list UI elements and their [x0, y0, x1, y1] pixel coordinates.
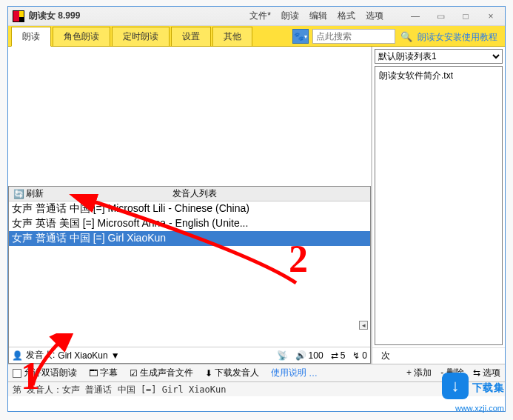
speaker-icon: 🔊	[295, 350, 306, 361]
broadcast-icon: 📡	[277, 350, 288, 361]
right-pane: 默认朗读列表1 朗读女软件简介.txt 次	[372, 47, 505, 364]
chevron-down-icon: ▼	[111, 350, 120, 361]
delete-button[interactable]: - 删除	[440, 367, 463, 379]
menu-read[interactable]: 朗读	[281, 10, 299, 22]
search-box[interactable]	[312, 29, 395, 44]
menu-bar: 文件* 朗读 编辑 格式 选项	[249, 10, 383, 22]
tray-button[interactable]: ▭	[431, 10, 450, 23]
usage-link[interactable]: 使用说明 …	[271, 367, 318, 379]
voice-panel-header: 🔄 刷新 发音人列表	[9, 187, 370, 201]
menu-options[interactable]: 选项	[366, 10, 383, 22]
download-voice-button[interactable]: ⬇ 下载发音人	[205, 367, 259, 379]
menu-format[interactable]: 格式	[338, 10, 355, 22]
speed-icon: ⇄	[331, 350, 338, 361]
tab-role-read[interactable]: 角色朗读	[53, 27, 110, 46]
play-count-label: 次	[381, 350, 390, 362]
tab-settings[interactable]: 设置	[171, 27, 211, 46]
playlist-item[interactable]: 朗读女软件简介.txt	[378, 69, 500, 83]
person-icon: 👤	[12, 350, 23, 361]
tab-other[interactable]: 其他	[212, 27, 252, 46]
app-logo-icon	[13, 10, 24, 22]
playlist-select[interactable]: 默认朗读列表1	[375, 49, 503, 64]
voice-bottom-bar: 👤 发音人:Girl XiaoKun ▼ 📡 🔊100 ⇄5 ↯0	[9, 347, 370, 363]
help-link[interactable]: 朗读女安装使用教程	[418, 31, 497, 44]
collapse-pane-button[interactable]: ◂	[359, 321, 368, 330]
bottom-toolbar: 允许双语朗读 🗔 字幕 ☑ 生成声音文件 ⬇ 下载发音人 使用说明 … + 添加…	[8, 364, 505, 381]
search-button[interactable]: 🔍	[398, 29, 415, 44]
current-voice-dropdown[interactable]: 👤 发音人:Girl XiaoKun ▼	[12, 349, 120, 361]
voice-row[interactable]: 女声 普通话 中国 [=] Microsoft Lili - Chinese (…	[9, 201, 370, 216]
status-bar: 第 发音人：女声 普通话 中国 [=] Girl XiaoKun	[8, 381, 505, 396]
speed-control[interactable]: ⇄5	[331, 350, 346, 361]
volume-control[interactable]: 🔊100	[295, 350, 323, 361]
voice-row[interactable]: 女声 英语 美国 [=] Microsoft Anna - English (U…	[9, 216, 370, 231]
subtitle-button[interactable]: 🗔 字幕	[89, 367, 118, 379]
playlist[interactable]: 朗读女软件简介.txt	[375, 66, 503, 345]
app-window: 朗读女 8.999 文件* 朗读 编辑 格式 选项 — ▭ □ × 朗读 角色朗…	[7, 6, 506, 412]
menu-edit[interactable]: 编辑	[309, 10, 327, 22]
text-editor[interactable]	[8, 47, 371, 186]
allow-dual-checkbox[interactable]: 允许双语朗读	[13, 367, 77, 379]
refresh-button[interactable]: 🔄 刷新	[9, 187, 48, 200]
paw-button[interactable]: 🐾▾	[292, 29, 309, 44]
window-controls: — ▭ □ ×	[406, 10, 500, 23]
search-input[interactable]	[313, 31, 395, 41]
checkbox-icon	[13, 369, 21, 378]
pitch-control[interactable]: ↯0	[352, 350, 367, 361]
tab-bar: 朗读 角色朗读 定时朗读 设置 其他 🐾▾ 🔍 朗读女安装使用教程	[8, 26, 505, 47]
voice-panel: 🔄 刷新 发音人列表 女声 普通话 中国 [=] Microsoft Lili …	[8, 186, 371, 364]
close-button[interactable]: ×	[481, 10, 500, 23]
pitch-icon: ↯	[352, 350, 360, 361]
voice-test-button[interactable]: 📡	[277, 350, 288, 361]
add-button[interactable]: + 添加	[406, 367, 432, 379]
menu-file[interactable]: 文件*	[249, 10, 271, 22]
gen-audio-button[interactable]: ☑ 生成声音文件	[130, 367, 193, 379]
options-button[interactable]: ⇆ 选项	[473, 367, 500, 379]
playlist-footer: 次	[372, 347, 505, 364]
app-title: 朗读女 8.999	[29, 10, 80, 22]
voice-panel-title: 发音人列表	[48, 187, 341, 200]
tab-read[interactable]: 朗读	[11, 27, 51, 47]
tab-timer[interactable]: 定时朗读	[112, 27, 170, 46]
download-icon: ⬇	[205, 368, 212, 379]
maximize-button[interactable]: □	[456, 10, 475, 23]
left-pane: 🔄 刷新 发音人列表 女声 普通话 中国 [=] Microsoft Lili …	[8, 47, 372, 364]
minimize-button[interactable]: —	[406, 10, 425, 23]
refresh-icon: 🔄	[13, 189, 24, 199]
title-bar: 朗读女 8.999 文件* 朗读 编辑 格式 选项 — ▭ □ ×	[8, 7, 505, 26]
voice-list[interactable]: 女声 普通话 中国 [=] Microsoft Lili - Chinese (…	[9, 201, 370, 347]
voice-row-selected[interactable]: 女声 普通话 中国 [=] Girl XiaoKun	[9, 231, 370, 246]
